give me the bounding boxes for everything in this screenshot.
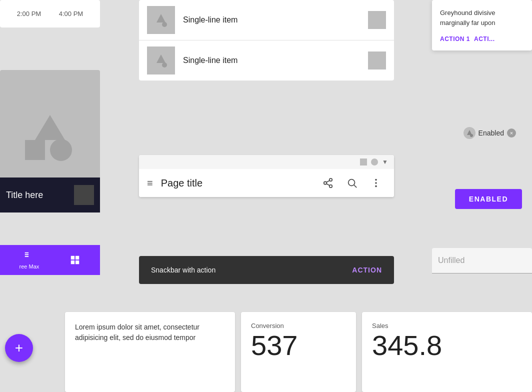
- dialog-action-2[interactable]: ACTI...: [474, 36, 495, 42]
- svg-point-15: [324, 182, 327, 184]
- svg-point-16: [330, 185, 332, 188]
- search-icon[interactable]: [342, 173, 362, 193]
- menu-icon[interactable]: ≡: [147, 178, 153, 189]
- svg-marker-0: [35, 115, 65, 140]
- snackbar-text: Snackbar with action: [151, 266, 216, 274]
- svg-rect-3: [25, 252, 28, 253]
- svg-rect-6: [71, 256, 74, 260]
- title-bar-thumbnail: [74, 185, 94, 205]
- svg-point-13: [162, 62, 167, 68]
- svg-line-20: [354, 185, 356, 188]
- app-bar-title: Page title: [161, 178, 314, 189]
- share-icon[interactable]: [318, 173, 338, 193]
- cards-row: Lorem ipsum dolor sit amet, consectetur …: [65, 312, 532, 392]
- dialog-card: Greyhound divisive marginally far upon A…: [432, 0, 532, 50]
- list-item-action-1[interactable]: [368, 11, 386, 29]
- svg-rect-8: [71, 260, 74, 264]
- svg-point-21: [375, 179, 377, 181]
- list-item-thumbnail-2: [147, 46, 175, 74]
- chip-close-icon: ×: [510, 130, 513, 136]
- dialog-text: Greyhound divisive marginally far upon: [440, 8, 524, 28]
- svg-point-25: [470, 134, 473, 137]
- nav-item-2[interactable]: [70, 254, 80, 266]
- svg-rect-7: [76, 256, 79, 260]
- svg-line-17: [326, 184, 330, 186]
- chip-area: Enabled ×: [458, 124, 522, 142]
- snackbar: Snackbar with action ACTION: [139, 256, 394, 284]
- fab-icon: +: [15, 340, 23, 356]
- window-btn-circle[interactable]: [371, 158, 378, 166]
- dialog-actions: ACTION 1 ACTI...: [440, 36, 524, 42]
- list-item-text-1: Single-line item: [183, 16, 360, 24]
- svg-rect-4: [25, 254, 28, 255]
- svg-point-14: [330, 178, 332, 182]
- list-item-text-2: Single-line item: [183, 56, 360, 65]
- app-bar-container: ▼ ≡ Page title: [139, 155, 394, 197]
- svg-point-1: [50, 139, 72, 161]
- app-bar: ≡ Page title: [139, 169, 394, 197]
- enabled-chip[interactable]: Enabled ×: [458, 124, 522, 142]
- list-item-action-2[interactable]: [368, 52, 386, 70]
- nav-label-1: ree Max: [20, 264, 40, 270]
- app-bar-window-controls: ▼: [139, 155, 394, 169]
- bottom-nav: ree Max: [0, 245, 100, 275]
- window-btn-square[interactable]: [360, 158, 367, 166]
- snackbar-action-button[interactable]: ACTION: [352, 266, 382, 274]
- svg-rect-2: [25, 140, 45, 160]
- calendar-time-2: 4:00 PM: [59, 10, 83, 18]
- dialog-action-1[interactable]: ACTION 1: [440, 36, 470, 42]
- chip-avatar: [464, 127, 476, 139]
- svg-rect-5: [25, 256, 28, 257]
- card-body-text: Lorem ipsum dolor sit amet, consectetur …: [75, 322, 225, 343]
- sales-label: Sales: [372, 322, 522, 330]
- calendar-strip: 2:00 PM 4:00 PM: [0, 0, 100, 28]
- unfilled-placeholder: Unfilled: [438, 256, 464, 264]
- conversion-label: Conversion: [251, 322, 346, 330]
- card-sales: Sales 345.8: [362, 312, 532, 392]
- conversion-value: 537: [251, 332, 346, 360]
- enabled-button-area: ENABLED: [455, 189, 522, 209]
- window-btn-arrow[interactable]: ▼: [382, 158, 389, 166]
- title-bar-text: Title here: [6, 190, 69, 200]
- svg-point-11: [162, 22, 167, 27]
- more-icon[interactable]: [366, 173, 386, 193]
- card-text: Lorem ipsum dolor sit amet, consectetur …: [65, 312, 235, 392]
- list-container: Single-line item Single-line item: [139, 0, 394, 80]
- sales-value: 345.8: [372, 332, 522, 360]
- title-bar: Title here: [0, 178, 100, 212]
- enabled-button[interactable]: ENABLED: [455, 189, 522, 209]
- svg-point-19: [348, 180, 355, 186]
- chip-label: Enabled: [478, 129, 504, 137]
- unfilled-text-field[interactable]: Unfilled: [432, 248, 532, 274]
- calendar-time-1: 2:00 PM: [17, 10, 41, 18]
- list-item-2[interactable]: Single-line item: [139, 40, 394, 80]
- nav-item-1[interactable]: ree Max: [20, 251, 40, 270]
- list-item-thumbnail-1: [147, 6, 175, 34]
- card-conversion: Conversion 537: [241, 312, 356, 392]
- fab-button[interactable]: +: [5, 334, 33, 362]
- list-item[interactable]: Single-line item: [139, 0, 394, 40]
- svg-point-22: [375, 182, 377, 184]
- svg-marker-10: [156, 14, 166, 22]
- svg-point-23: [375, 186, 377, 188]
- chip-close-button[interactable]: ×: [507, 128, 516, 138]
- svg-rect-9: [76, 260, 79, 264]
- svg-line-18: [326, 180, 330, 182]
- svg-marker-12: [156, 54, 166, 63]
